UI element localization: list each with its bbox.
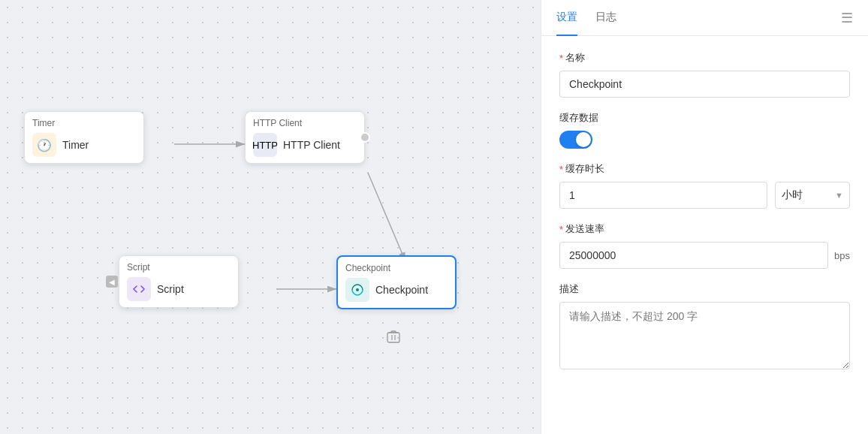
tab-logs[interactable]: 日志: [595, 0, 616, 36]
node-timer[interactable]: Timer 🕐 Timer: [24, 111, 144, 164]
rate-unit-label: bps: [834, 250, 850, 261]
node-http[interactable]: HTTP Client HTTP HTTP Client: [245, 111, 365, 164]
svg-point-3: [356, 288, 359, 291]
desc-textarea[interactable]: [559, 302, 850, 369]
name-required-star: *: [559, 53, 563, 64]
menu-icon[interactable]: ☰: [841, 10, 853, 26]
duration-unit-select[interactable]: 小时 ▼: [775, 182, 850, 209]
duration-label: * 缓存时长: [559, 162, 850, 176]
script-node-label: Script: [157, 283, 184, 295]
tab-bar: 设置 日志 ☰: [541, 0, 868, 36]
http-right-connector: [360, 132, 370, 143]
desc-group: 描述: [559, 282, 850, 372]
right-panel: 设置 日志 ☰ * 名称 缓存数据: [541, 0, 868, 434]
checkpoint-node-title: Checkpoint: [345, 263, 445, 273]
cache-group: 缓存数据: [559, 111, 850, 149]
duration-group: * 缓存时长 小时 ▼: [559, 162, 850, 209]
rate-row: bps: [559, 242, 850, 269]
name-group: * 名称: [559, 51, 850, 98]
cache-toggle[interactable]: [559, 131, 592, 149]
node-checkpoint[interactable]: Checkpoint Checkpoint: [336, 255, 457, 309]
tab-settings[interactable]: 设置: [556, 0, 577, 36]
rate-required-star: *: [559, 224, 563, 235]
node-script[interactable]: Script Script ◀: [119, 255, 239, 308]
delete-button[interactable]: [381, 324, 405, 348]
name-label: * 名称: [559, 51, 850, 65]
svg-rect-4: [387, 333, 399, 342]
tab-items: 设置 日志: [556, 0, 616, 35]
desc-label: 描述: [559, 282, 850, 296]
script-left-handle: ◀: [106, 276, 118, 288]
rate-input[interactable]: [559, 242, 828, 269]
duration-input[interactable]: [559, 182, 767, 209]
canvas[interactable]: Timer 🕐 Timer HTTP Client HTTP HTTP Clie…: [0, 0, 541, 434]
timer-node-label: Timer: [62, 139, 89, 151]
checkpoint-icon: [345, 278, 369, 302]
script-icon: [127, 277, 151, 301]
script-node-title: Script: [127, 262, 228, 273]
duration-row: 小时 ▼: [559, 182, 850, 209]
rate-label: * 发送速率: [559, 222, 850, 236]
cache-label: 缓存数据: [559, 111, 850, 125]
http-icon: HTTP: [253, 133, 277, 157]
http-node-label: HTTP Client: [283, 139, 340, 151]
rate-group: * 发送速率 bps: [559, 222, 850, 269]
timer-icon: 🕐: [32, 133, 56, 157]
checkpoint-node-label: Checkpoint: [375, 284, 428, 296]
duration-unit-label: 小时: [782, 188, 803, 202]
timer-node-title: Timer: [32, 118, 133, 128]
cache-toggle-container: [559, 131, 850, 149]
http-node-title: HTTP Client: [253, 118, 354, 128]
chevron-down-icon: ▼: [835, 191, 843, 200]
duration-required-star: *: [559, 164, 563, 175]
toggle-knob: [576, 132, 591, 147]
form-area: * 名称 缓存数据 * 缓存时长: [541, 36, 868, 434]
name-input[interactable]: [559, 71, 850, 98]
canvas-svg: [0, 0, 541, 434]
